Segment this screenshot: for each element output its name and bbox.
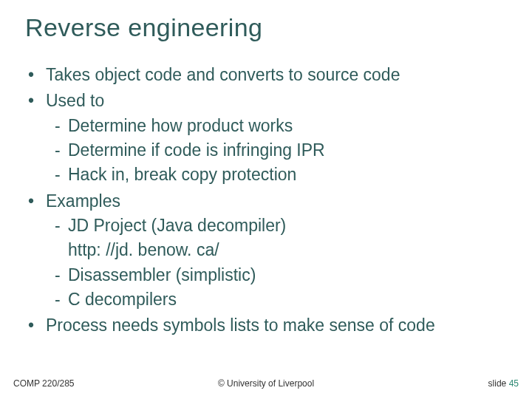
sub-item: Hack in, break copy protection — [46, 163, 507, 187]
sub-text: C decompilers — [68, 290, 177, 309]
sub-item: C decompilers — [46, 287, 507, 312]
sub-list: JD Project (Java decompiler) http: //jd.… — [46, 214, 507, 312]
sub-item: Determine how product works — [46, 114, 507, 138]
sub-text: Disassembler (simplistic) — [68, 265, 256, 284]
bullet-text: Used to — [46, 91, 104, 110]
bullet-text: Takes object code and converts to source… — [46, 65, 400, 84]
footer-slide-num: 45 — [509, 378, 519, 389]
slide: Reverse engineering Takes object code an… — [0, 0, 532, 399]
footer-slide-number: slide 45 — [488, 378, 519, 389]
bullet-item: Process needs symbols lists to make sens… — [25, 313, 507, 338]
bullet-list: Takes object code and converts to source… — [25, 63, 507, 338]
sub-item: Determine if code is infringing IPR — [46, 138, 507, 163]
bullet-text: Process needs symbols lists to make sens… — [46, 316, 435, 335]
footer-slide-label: slide — [488, 378, 507, 389]
sub-list: Determine how product works Determine if… — [46, 114, 507, 188]
sub-text-extra: http: //jd. benow. ca/ — [68, 238, 507, 262]
bullet-text: Examples — [46, 191, 120, 211]
sub-item: Disassembler (simplistic) — [46, 263, 507, 287]
bullet-item: Examples JD Project (Java decompiler) ht… — [25, 189, 507, 313]
slide-footer: COMP 220/285 © University of Liverpool s… — [0, 377, 532, 389]
sub-text: JD Project (Java decompiler) — [68, 216, 286, 235]
bullet-item: Used to Determine how product works Dete… — [25, 89, 507, 187]
bullet-item: Takes object code and converts to source… — [25, 63, 507, 87]
sub-text: Determine if code is infringing IPR — [68, 140, 325, 160]
footer-copyright: © University of Liverpool — [0, 378, 532, 389]
slide-body: Takes object code and converts to source… — [25, 63, 507, 340]
slide-title: Reverse engineering — [25, 13, 262, 42]
sub-text: Hack in, break copy protection — [68, 165, 296, 184]
sub-item: JD Project (Java decompiler) http: //jd.… — [46, 214, 507, 263]
sub-text: Determine how product works — [68, 116, 293, 135]
